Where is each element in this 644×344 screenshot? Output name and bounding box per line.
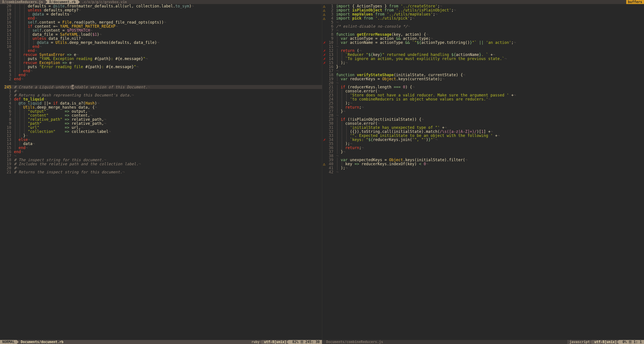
code-content[interactable]: ¬ bbox=[335, 154, 644, 158]
code-line[interactable]: 5¬ bbox=[322, 20, 644, 24]
code-content[interactable]: │ │ │ self.content = File.read(path, mer… bbox=[13, 20, 322, 24]
code-line[interactable]: 11¬ bbox=[322, 44, 644, 49]
code-content[interactable]: import mapValues from '../utils/mapValue… bbox=[335, 12, 644, 16]
code-line[interactable]: 37│ }¬ bbox=[322, 150, 644, 154]
code-content[interactable]: │ var actionName = actionType && `"${act… bbox=[335, 40, 644, 44]
code-line[interactable]: 2end¬ bbox=[0, 77, 322, 81]
code-line[interactable]: 17¬ bbox=[0, 154, 322, 158]
code-content[interactable]: │ │ rescue SyntaxError => e¬ bbox=[13, 53, 322, 57]
code-line[interactable]: △1import { ActionTypes } from '../create… bbox=[322, 4, 644, 8]
code-line[interactable]: 17¬ bbox=[322, 69, 644, 73]
code-content[interactable]: │ │ │ "url" => url,¬ bbox=[13, 126, 322, 130]
code-line[interactable]: 17│ │ │ end¬ bbox=[0, 16, 322, 20]
code-content[interactable]: def to_liquid¬ bbox=[13, 97, 322, 101]
code-content[interactable]: # Create a Liquid-understandable version… bbox=[13, 85, 322, 89]
code-content[interactable]: │ │ │ puts "YAML Exception reading #{pat… bbox=[13, 57, 322, 61]
code-content[interactable]: import { ActionTypes } from '../createSt… bbox=[335, 4, 644, 8]
code-line[interactable]: ✗13│ │ `Reducer "${key}" returned undefi… bbox=[322, 53, 644, 57]
code-content[interactable]: │ if (reducerKeys.length === 0) {¬ bbox=[335, 85, 644, 89]
code-content[interactable]: │ end¬ bbox=[13, 146, 322, 150]
code-line[interactable]: 7│ │ │ "content" => content,¬ bbox=[0, 113, 322, 117]
code-line[interactable]: 10│ │ │ "url" => url,¬ bbox=[0, 126, 322, 130]
code-line[interactable]: 15│ │ │ if content =~ YAML_FRONT_MATTER_… bbox=[0, 24, 322, 28]
code-content[interactable]: # Returns the inspect string for this do… bbox=[13, 170, 322, 174]
code-line[interactable]: 3│ end¬ bbox=[0, 73, 322, 77]
code-line[interactable]: 6│ │ │ "output" => output,¬ bbox=[0, 109, 322, 113]
code-line[interactable]: △4import pick from '../utils/pick';¬ bbox=[322, 16, 644, 20]
code-content[interactable]: import isPlainObject from '../utils/isPl… bbox=[335, 8, 644, 12]
code-content[interactable]: │ │ │ if content =~ YAML_FRONT_MATTER_RE… bbox=[13, 24, 322, 28]
code-line[interactable]: 28¬ bbox=[322, 113, 644, 117]
code-line[interactable]: 8│ │ │ "relative_path" => relative_path,… bbox=[0, 117, 322, 121]
code-content[interactable]: │ │ │ "output" => output,¬ bbox=[13, 109, 322, 113]
code-content[interactable]: │ │ data¬ bbox=[13, 142, 322, 146]
code-line[interactable]: 16end¬ bbox=[0, 150, 322, 154]
code-content[interactable]: │ │ │ unless defaults.empty?¬ bbox=[13, 8, 322, 12]
code-content[interactable]: │ else¬ bbox=[13, 138, 322, 142]
code-line[interactable]: 8│ │ rescue SyntaxError => e¬ bbox=[0, 53, 322, 57]
code-line[interactable]: 22│ │ console.error(¬ bbox=[322, 89, 644, 93]
code-content[interactable]: function verifyStateShape(initialState, … bbox=[335, 73, 644, 77]
code-line[interactable]: △2import isPlainObject from '../utils/is… bbox=[322, 8, 644, 12]
code-line[interactable]: 11│ │ │ "collection" => collection.label… bbox=[0, 130, 322, 134]
left-code-area[interactable]: 20│ │ │ defaults = @site.frontmatter_def… bbox=[0, 4, 322, 340]
code-content[interactable]: │ │ │ 'to combineReducers is an object w… bbox=[335, 97, 644, 101]
tab-path[interactable]: .c/v/p/g/c/gruvbox.vim bbox=[78, 0, 129, 4]
code-content[interactable]: function getErrorMessage(key, action) {¬ bbox=[335, 32, 644, 36]
code-line[interactable]: 9│ │ │ "path" => relative_path,¬ bbox=[0, 121, 322, 126]
code-line[interactable]: 14│ │ │ │ self.content = $POSTMATCH¬ bbox=[0, 28, 322, 32]
code-content[interactable]: ¬ bbox=[335, 69, 644, 73]
code-content[interactable]: │ │ console.error(¬ bbox=[335, 121, 644, 126]
code-line[interactable]: 20│ │ │ defaults = @site.frontmatter_def… bbox=[0, 4, 322, 8]
code-line[interactable]: ✗15│ );¬ bbox=[322, 61, 644, 65]
code-content[interactable]: #¬ bbox=[13, 166, 322, 170]
code-line[interactable]: 11│ │ │ │ │ @data = Utils.deep_merge_has… bbox=[0, 40, 322, 44]
code-content[interactable]: │ │ │ "collection" => collection.label¬ bbox=[13, 130, 322, 134]
code-line[interactable]: ¬ bbox=[0, 81, 322, 85]
code-content[interactable]: │ var reducerKeys = Object.keys(currentS… bbox=[335, 77, 644, 81]
code-content[interactable]: ¬ bbox=[13, 81, 322, 85]
code-line[interactable]: 12│ │ │ │ unless data_file.nil?¬ bbox=[0, 36, 322, 40]
code-line[interactable]: 18# The inspect string for this document… bbox=[0, 158, 322, 162]
code-line[interactable]: △3import mapValues from '../utils/mapVal… bbox=[322, 12, 644, 16]
code-content[interactable]: ¬ bbox=[335, 20, 644, 24]
code-content[interactable]: ¬ bbox=[335, 81, 644, 85]
code-content[interactable]: ¬ bbox=[335, 113, 644, 117]
code-line[interactable]: 20¬ bbox=[322, 81, 644, 85]
code-line[interactable]: 6/* eslint-disable no-console */¬ bbox=[322, 24, 644, 28]
code-line[interactable]: 13│ │ │ │ data_file = SafeYAML.load($1)¬ bbox=[0, 32, 322, 36]
buffer-tab[interactable]: D/document.rb bbox=[45, 0, 78, 4]
code-content[interactable]: │ │ `Reducer "${key}" returned undefined… bbox=[335, 53, 644, 57]
code-line[interactable]: 2# Returns a Hash representing this Docu… bbox=[0, 93, 322, 97]
code-line[interactable]: 19│ var reducerKeys = Object.keys(curren… bbox=[322, 77, 644, 81]
code-line[interactable]: 14│ │ data¬ bbox=[0, 142, 322, 146]
code-line[interactable]: 32│ │ │ ({}).toString.call(initialState)… bbox=[322, 130, 644, 134]
code-line[interactable]: ✗12│ return (¬ bbox=[322, 49, 644, 53]
code-line[interactable]: 1#¬ bbox=[0, 89, 322, 93]
code-line[interactable]: 13│ else¬ bbox=[0, 138, 322, 142]
code-content[interactable]: ¬ bbox=[335, 28, 644, 32]
code-line[interactable]: 18│ │ │ │ @data = defaults¬ bbox=[0, 12, 322, 16]
code-content[interactable]: # Includes the relative path and the col… bbox=[13, 162, 322, 166]
code-content[interactable]: ¬ bbox=[13, 154, 322, 158]
code-line[interactable]: 4│ │ end¬ bbox=[0, 69, 322, 73]
code-content[interactable]: import pick from '../utils/pick';¬ bbox=[335, 16, 644, 20]
code-content[interactable]: │ end¬ bbox=[13, 73, 322, 77]
code-line[interactable]: 6│ │ rescue Exception => e¬ bbox=[0, 61, 322, 65]
code-content[interactable]: │ │ Utils.deep_merge_hashes data, {¬ bbox=[13, 105, 322, 109]
code-content[interactable]: /* eslint-disable no-console */¬ bbox=[335, 24, 644, 28]
code-line[interactable]: 9│ │ │ end¬ bbox=[0, 49, 322, 53]
code-content[interactable]: │ │ │ end¬ bbox=[13, 49, 322, 53]
code-content[interactable]: │ │ │ "content" => content,¬ bbox=[13, 113, 322, 117]
code-line[interactable]: 39│ var unexpectedKeys = Object.keys(ini… bbox=[322, 158, 644, 162]
code-line[interactable]: 38¬ bbox=[322, 154, 644, 158]
code-line[interactable]: 29│ if (!isPlainObject(initialState)) {¬ bbox=[322, 117, 644, 121]
code-line[interactable]: 5│ │ │ puts "Error reading file #{path}:… bbox=[0, 65, 322, 69]
code-content[interactable]: │ │ │ end¬ bbox=[13, 16, 322, 20]
code-line[interactable]: ✗10│ var actionName = actionType && `"${… bbox=[322, 40, 644, 44]
code-line[interactable]: 35│ │ );¬ bbox=[322, 142, 644, 146]
code-content[interactable]: │ │ │ defaults = @site.frontmatter_defau… bbox=[13, 4, 322, 8]
code-line[interactable]: 19# Includes the relative path and the c… bbox=[0, 162, 322, 166]
code-line[interactable]: 23│ │ │ 'Store does not have a valid red… bbox=[322, 93, 644, 97]
code-content[interactable]: │ │ │ │ self.content = $POSTMATCH¬ bbox=[13, 28, 322, 32]
